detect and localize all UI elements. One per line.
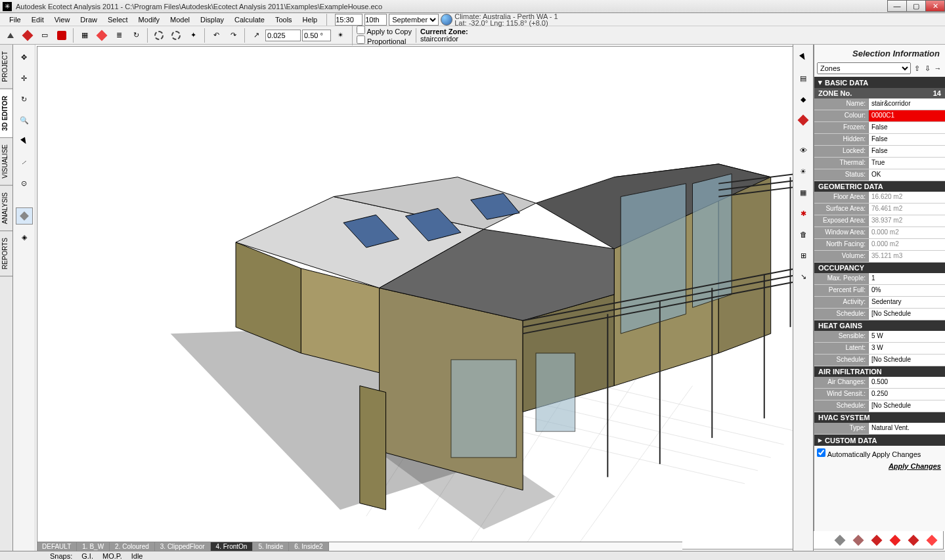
prop-value[interactable]: 0.250 bbox=[868, 389, 945, 400]
rtool-cursor-icon[interactable] bbox=[795, 49, 812, 66]
prop-value[interactable]: OK bbox=[868, 169, 945, 181]
section-air-infiltration[interactable]: AIR INFILTRATION bbox=[814, 366, 945, 377]
prop-value[interactable]: 0000C1 bbox=[868, 110, 945, 121]
rtool-export-icon[interactable]: ↘ bbox=[795, 268, 812, 285]
prop-value[interactable]: [No Schedule bbox=[868, 400, 945, 412]
tab-project[interactable]: PROJECT bbox=[0, 45, 12, 89]
section-occupancy[interactable]: OCCUPANCY bbox=[814, 263, 945, 273]
rtool-trash-icon[interactable]: 🗑 bbox=[795, 226, 812, 243]
tab-visualise[interactable]: VISUALISE bbox=[0, 138, 12, 186]
btab-clipped[interactable]: 3. ClippedFloor bbox=[155, 542, 211, 551]
tool-offset-icon[interactable]: ↗ bbox=[248, 28, 264, 43]
tool-new-icon[interactable]: ▭ bbox=[37, 28, 53, 43]
menu-edit[interactable]: Edit bbox=[26, 14, 49, 25]
globe-icon[interactable] bbox=[441, 14, 452, 26]
btab-coloured[interactable]: 2. Coloured bbox=[110, 542, 155, 551]
prop-value[interactable]: 0.000 m2 bbox=[868, 227, 945, 238]
btab-inside2[interactable]: 6. Inside2 bbox=[289, 542, 328, 551]
close-button[interactable]: ✕ bbox=[925, 0, 945, 12]
maximize-button[interactable]: ▢ bbox=[906, 0, 926, 12]
month-select[interactable]: September bbox=[389, 14, 439, 26]
tool-copy-icon[interactable]: ▦ bbox=[77, 28, 93, 43]
tool-cube-icon[interactable] bbox=[20, 28, 35, 43]
tool-stack-icon[interactable]: ≣ bbox=[111, 28, 127, 43]
ltool-move-icon[interactable]: ✢ bbox=[16, 70, 33, 87]
section-hvac[interactable]: HVAC SYSTEM bbox=[814, 412, 945, 423]
section-heat-gains[interactable]: HEAT GAINS bbox=[814, 320, 945, 331]
prop-value[interactable]: 3 W bbox=[868, 343, 945, 354]
ltool-orbit-icon[interactable]: ⊙ bbox=[16, 175, 33, 192]
tool-explode-icon[interactable]: ✦ bbox=[185, 28, 201, 43]
btab-bw[interactable]: 1. B_W bbox=[77, 542, 110, 551]
ltool-rotate-icon[interactable]: ↻ bbox=[16, 91, 33, 108]
time-input[interactable] bbox=[335, 14, 363, 26]
menu-help[interactable]: Help bbox=[297, 14, 323, 25]
bri-1-icon[interactable] bbox=[832, 532, 848, 548]
tab-reports[interactable]: REPORTS bbox=[0, 231, 12, 276]
tab-3d-editor[interactable]: 3D EDITOR bbox=[0, 89, 12, 138]
bri-6-icon[interactable] bbox=[924, 532, 940, 548]
tool-red-icon[interactable] bbox=[54, 28, 70, 43]
offset-input[interactable] bbox=[265, 30, 301, 41]
tool-rotate-icon[interactable]: ↻ bbox=[128, 28, 144, 43]
rtool-eye-icon[interactable]: 👁 bbox=[795, 142, 812, 159]
rtool-cube-icon[interactable]: ◆ bbox=[795, 91, 812, 108]
day-input[interactable] bbox=[364, 14, 387, 26]
ltool-zoom-icon[interactable]: 🔍 bbox=[16, 112, 33, 129]
menu-modify[interactable]: Modify bbox=[133, 14, 165, 25]
tool-axis-icon[interactable]: ✴ bbox=[332, 28, 348, 43]
rtool-panel-icon[interactable]: ▦ bbox=[795, 184, 812, 201]
menu-display[interactable]: Display bbox=[195, 14, 229, 25]
nav-next-icon[interactable]: → bbox=[933, 64, 942, 73]
angle-input[interactable] bbox=[302, 30, 331, 41]
section-basic-data[interactable]: ▾BASIC DATA bbox=[814, 77, 945, 88]
ltool-cube-icon[interactable] bbox=[16, 207, 33, 225]
bri-4-icon[interactable] bbox=[887, 532, 903, 548]
proportional-checkbox[interactable] bbox=[357, 35, 365, 44]
rtool-book-icon[interactable]: ▤ bbox=[795, 70, 812, 87]
menu-draw[interactable]: Draw bbox=[75, 14, 102, 25]
tab-analysis[interactable]: ANALYSIS bbox=[0, 186, 12, 231]
zone-selector[interactable]: Zones bbox=[817, 62, 911, 74]
section-geometric[interactable]: GEOMETRIC DATA bbox=[814, 181, 945, 192]
apply-to-copy-checkbox[interactable] bbox=[357, 26, 365, 34]
nav-up-icon[interactable]: ⇧ bbox=[912, 64, 921, 73]
rtool-points-icon[interactable]: ⊞ bbox=[795, 247, 812, 264]
menu-tools[interactable]: Tools bbox=[270, 14, 297, 25]
ltool-diamond-icon[interactable]: ◈ bbox=[16, 228, 33, 246]
rtool-red-icon[interactable] bbox=[795, 112, 812, 129]
prop-value[interactable]: 16.620 m2 bbox=[868, 192, 945, 203]
rtool-sun-icon[interactable]: ☀ bbox=[795, 163, 812, 180]
auto-apply-checkbox[interactable] bbox=[817, 448, 825, 457]
ltool-measure-icon[interactable]: ⟋ bbox=[16, 154, 33, 171]
prop-value[interactable]: 35.121 m3 bbox=[868, 251, 945, 262]
prop-value[interactable]: Sedentary bbox=[868, 297, 945, 308]
menu-calculate[interactable]: Calculate bbox=[229, 14, 270, 25]
prop-value[interactable]: [No Schedule bbox=[868, 309, 945, 320]
prop-value[interactable]: True bbox=[868, 158, 945, 169]
bri-3-icon[interactable] bbox=[869, 532, 885, 548]
tool-layers-icon[interactable] bbox=[94, 28, 110, 43]
btab-inside[interactable]: 5. Inside bbox=[253, 542, 289, 551]
prop-value[interactable]: 5 W bbox=[868, 331, 945, 342]
minimize-button[interactable]: — bbox=[887, 0, 907, 12]
bri-5-icon[interactable] bbox=[906, 532, 921, 548]
prop-value[interactable]: 0.500 bbox=[868, 377, 945, 388]
tool-redo-icon[interactable]: ↷ bbox=[225, 28, 241, 43]
tool-gear-icon[interactable] bbox=[151, 28, 167, 43]
prop-value[interactable]: Natural Vent. bbox=[868, 423, 945, 434]
menu-view[interactable]: View bbox=[49, 14, 76, 25]
menu-file[interactable]: File bbox=[4, 14, 26, 25]
prop-value[interactable]: False bbox=[868, 122, 945, 133]
prop-value[interactable]: 0.000 m2 bbox=[868, 239, 945, 250]
btab-default[interactable]: DEFAULT bbox=[37, 542, 77, 551]
bri-2-icon[interactable] bbox=[850, 532, 866, 548]
rtool-graph-icon[interactable]: ✱ bbox=[795, 205, 812, 222]
apply-changes-button[interactable]: Apply Changes bbox=[814, 461, 945, 471]
prop-value[interactable]: False bbox=[868, 134, 945, 145]
tool-move-icon[interactable] bbox=[3, 28, 18, 43]
prop-value[interactable]: False bbox=[868, 146, 945, 157]
tool-undo-icon[interactable]: ↶ bbox=[208, 28, 224, 43]
ltool-arrows-icon[interactable]: ✥ bbox=[16, 49, 33, 66]
prop-value[interactable]: [No Schedule bbox=[868, 355, 945, 366]
